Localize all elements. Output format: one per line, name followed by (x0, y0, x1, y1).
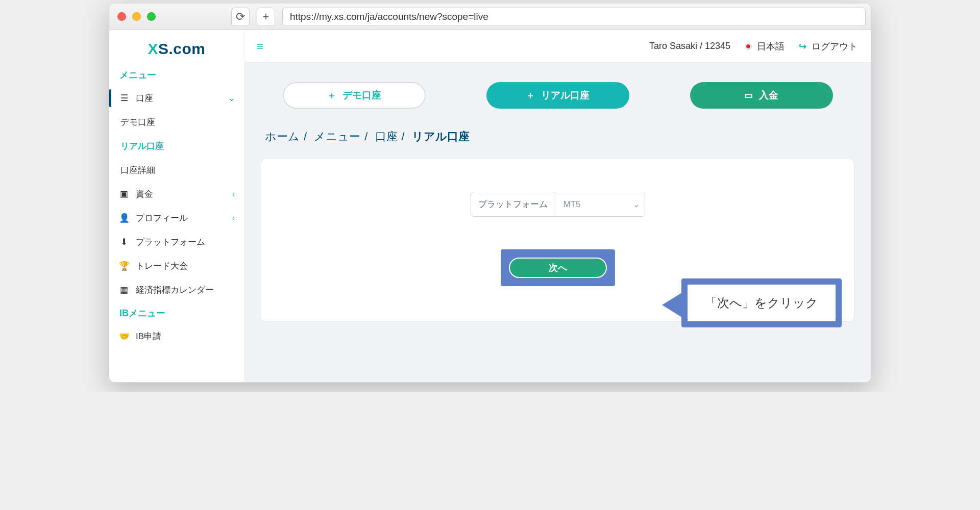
sidebar-item-label: IB申請 (136, 330, 161, 342)
breadcrumb: ホーム/ メニュー/ 口座/ リアル口座 (244, 124, 871, 149)
logo[interactable]: XS.com (109, 35, 244, 64)
url-text: https://my.xs.com/ja/accounts/new?scope=… (290, 11, 488, 22)
sidebar-item-label: プラットフォーム (136, 236, 205, 248)
reload-button[interactable]: ⟳ (231, 8, 250, 26)
sidebar-item-live[interactable]: リアル口座 (109, 134, 244, 158)
sidebar-item-ib-apply[interactable]: 🤝 IB申請 (109, 324, 244, 348)
list-icon: ☰ (118, 93, 130, 104)
japan-flag-icon (745, 43, 752, 50)
credit-card-icon: ▭ (744, 90, 753, 101)
url-bar[interactable]: https://my.xs.com/ja/accounts/new?scope=… (282, 8, 866, 26)
next-button-label: 次へ (549, 262, 567, 274)
crumb-home[interactable]: ホーム (265, 130, 300, 143)
topbar-language[interactable]: 日本語 (745, 40, 785, 53)
crumb-accounts[interactable]: 口座 (375, 130, 398, 143)
user-icon: 👤 (118, 213, 130, 223)
sidebar-item-demo[interactable]: デモ口座 (109, 110, 244, 134)
sidebar-item-account-detail[interactable]: 口座詳細 (109, 158, 244, 182)
button-label: リアル口座 (541, 89, 590, 102)
download-icon: ⬇ (118, 237, 130, 247)
window-close-icon[interactable] (117, 12, 126, 21)
handshake-icon: 🤝 (118, 331, 130, 342)
annotation-highlight: 次へ (501, 249, 615, 286)
action-row: ＋ デモ口座 ＋ リアル口座 ▭ 入金 (244, 63, 871, 124)
topbar-language-label: 日本語 (757, 40, 785, 53)
sidebar-item-platforms[interactable]: ⬇ プラットフォーム (109, 230, 244, 254)
window-minimize-icon[interactable] (132, 12, 141, 21)
platform-select-group: プラットフォーム MT5 ⌄ (471, 192, 645, 217)
live-account-button[interactable]: ＋ リアル口座 (486, 82, 629, 109)
topbar: ≡ Taro Sasaki / 12345 日本語 ↪ ログアウト (244, 30, 871, 63)
form-card: プラットフォーム MT5 ⌄ 次へ 「次へ」をクリ (261, 159, 854, 322)
annotation-callout: 「次へ」をクリック (681, 278, 842, 327)
window-controls (117, 12, 156, 21)
chevron-down-icon: ⌄ (633, 200, 640, 209)
sidebar-item-label: 口座詳細 (120, 164, 155, 176)
sidebar-item-label: 経済指標カレンダー (136, 284, 214, 296)
deposit-button[interactable]: ▭ 入金 (690, 82, 833, 109)
menu-toggle-icon[interactable]: ≡ (257, 40, 263, 53)
demo-account-button[interactable]: ＋ デモ口座 (283, 82, 426, 109)
sidebar-section-ib: IBメニュー (109, 302, 244, 324)
platform-value: MT5 (564, 199, 581, 210)
logo-s: S (158, 40, 169, 57)
browser-window: ⟳ + https://my.xs.com/ja/accounts/new?sc… (109, 3, 871, 382)
logo-x: X (148, 40, 158, 57)
sidebar-item-label: リアル口座 (120, 140, 164, 152)
sidebar-item-profile[interactable]: 👤 プロフィール ‹ (109, 206, 244, 230)
wallet-icon: ▣ (118, 189, 130, 199)
button-label: デモ口座 (342, 89, 381, 102)
sidebar-item-label: 資金 (136, 188, 153, 200)
chevron-left-icon: ‹ (232, 190, 235, 199)
button-label: 入金 (759, 89, 778, 102)
trophy-icon: 🏆 (118, 261, 130, 271)
topbar-logout[interactable]: ↪ ログアウト (799, 40, 857, 53)
logo-com: .com (169, 40, 206, 57)
sidebar-item-calendar[interactable]: ▦ 経済指標カレンダー (109, 278, 244, 302)
main-area: ≡ Taro Sasaki / 12345 日本語 ↪ ログアウト ＋ デモ口座 (244, 30, 871, 382)
sidebar-item-label: プロフィール (136, 212, 188, 224)
sidebar-item-label: デモ口座 (120, 116, 155, 128)
logout-icon: ↪ (799, 41, 806, 52)
sidebar-item-contest[interactable]: 🏆 トレード大会 (109, 254, 244, 278)
chevron-left-icon: ‹ (232, 214, 235, 223)
sidebar: XS.com メニュー ☰ 口座 ⌄ デモ口座 リアル口座 口座詳細 ▣ 資金 … (109, 30, 244, 382)
sidebar-item-funds[interactable]: ▣ 資金 ‹ (109, 182, 244, 206)
platform-field: プラットフォーム MT5 ⌄ (272, 192, 844, 217)
topbar-logout-label: ログアウト (812, 40, 857, 53)
platform-select[interactable]: MT5 ⌄ (555, 192, 645, 216)
sidebar-item-label: 口座 (136, 92, 153, 104)
chevron-down-icon: ⌄ (228, 93, 235, 103)
calendar-icon: ▦ (118, 285, 130, 295)
page: XS.com メニュー ☰ 口座 ⌄ デモ口座 リアル口座 口座詳細 ▣ 資金 … (109, 30, 871, 382)
plus-icon: ＋ (327, 89, 336, 101)
sidebar-section-main: メニュー (109, 64, 244, 86)
topbar-user-label: Taro Sasaki / 12345 (649, 41, 730, 52)
plus-icon: ＋ (526, 89, 535, 101)
topbar-user[interactable]: Taro Sasaki / 12345 (649, 41, 730, 52)
browser-titlebar: ⟳ + https://my.xs.com/ja/accounts/new?sc… (109, 4, 871, 30)
annotation-callout-text: 「次へ」をクリック (688, 285, 836, 321)
crumb-menu[interactable]: メニュー (314, 130, 360, 143)
next-button[interactable]: 次へ (509, 258, 607, 278)
new-tab-button[interactable]: + (257, 8, 275, 26)
sidebar-item-label: トレード大会 (136, 260, 188, 272)
crumb-current: リアル口座 (412, 130, 470, 143)
platform-label: プラットフォーム (471, 192, 555, 216)
sidebar-item-accounts[interactable]: ☰ 口座 ⌄ (109, 86, 244, 110)
window-zoom-icon[interactable] (147, 12, 156, 21)
